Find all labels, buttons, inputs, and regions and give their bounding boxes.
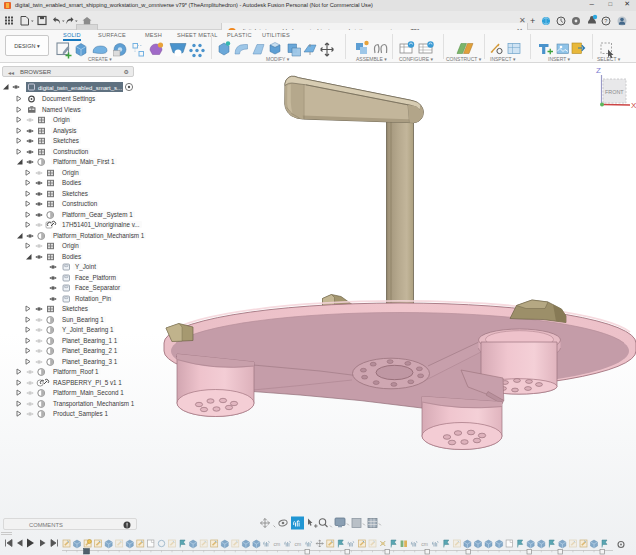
svg-text:X: X bbox=[631, 101, 636, 110]
svg-text:digital_twin_enabled_smart_s..: digital_twin_enabled_smart_s... bbox=[38, 84, 122, 90]
svg-text:cm: cm bbox=[274, 541, 281, 547]
svg-text:cm: cm bbox=[295, 541, 302, 547]
svg-text:FRONT: FRONT bbox=[605, 89, 624, 95]
svg-text:cm: cm bbox=[421, 541, 428, 547]
svg-text:Z: Z bbox=[596, 66, 601, 75]
svg-text:?: ? bbox=[604, 18, 607, 24]
svg-text:+: + bbox=[530, 16, 535, 26]
